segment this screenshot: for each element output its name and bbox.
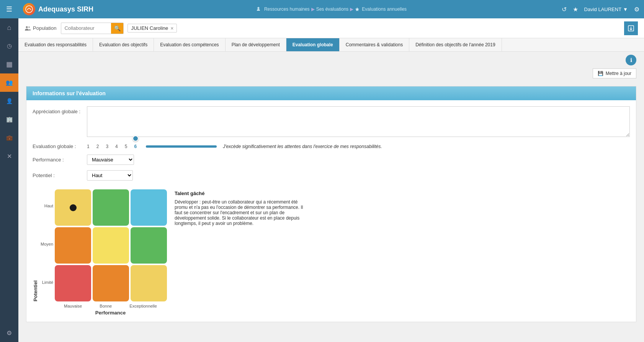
slider-number-row: 1 2 3 4 5 6 xyxy=(87,144,137,149)
y-labels: Haut Moyen Limité xyxy=(41,187,53,301)
sidebar-item-person[interactable]: 👤 xyxy=(0,92,18,110)
logo-circle xyxy=(23,3,35,15)
settings-icon: ⚙ xyxy=(7,329,12,337)
sidebar-item-x[interactable]: ✕ xyxy=(0,147,18,165)
perf-control: Mauvaise Bonne Exceptionnelle xyxy=(87,155,630,165)
cell-limite-bonne xyxy=(93,265,129,301)
user-name: David LAURENT xyxy=(584,7,622,12)
svg-point-0 xyxy=(26,6,33,13)
tab-objectifs-2019[interactable]: Définition des objectifs de l'année 2019 xyxy=(409,38,502,51)
tab-responsabilites[interactable]: Evaluation des responsabilités xyxy=(18,38,93,51)
y-label-haut: Haut xyxy=(41,187,53,225)
tab-commentaires[interactable]: Commentaires & validations xyxy=(340,38,409,51)
potentiel-control: Haut Moyen Limité xyxy=(87,170,630,181)
section-body: Appréciation globale : Evaluation global… xyxy=(26,100,636,322)
star-icon[interactable]: ★ xyxy=(573,6,578,13)
eval-label2: Evaluation globale : xyxy=(33,143,82,149)
population-label: Population xyxy=(25,25,56,31)
app-title: Adequasys SIRH xyxy=(38,5,93,13)
cell-moyen-exceptionnelle xyxy=(131,227,167,264)
breadcrumb-rh[interactable]: Ressources humaines xyxy=(264,7,310,12)
tab-developpement[interactable]: Plan de développement xyxy=(226,38,286,51)
matrix-area: Potentiel Haut Moyen Limité xyxy=(33,187,630,316)
save-icon: 💾 xyxy=(598,71,603,76)
matrix-grid-wrap: Potentiel Haut Moyen Limité xyxy=(33,187,167,301)
x-icon: ✕ xyxy=(7,153,12,160)
perf-label: Performance : xyxy=(33,155,82,163)
top-nav: Adequasys SIRH Ressources humaines ▶ Ses… xyxy=(18,0,644,18)
x-axis-label: Performance xyxy=(55,310,166,316)
tab-objectifs[interactable]: Evaluation des objectifs xyxy=(93,38,154,51)
breadcrumb: Ressources humaines ▶ Ses évaluations ▶ … xyxy=(256,7,407,12)
sidebar-item-briefcase[interactable]: 💼 xyxy=(0,129,18,147)
apprec-control xyxy=(87,106,630,138)
tab-evaluation-globale[interactable]: Evaluation globale xyxy=(286,38,340,51)
people-icon: 👥 xyxy=(6,79,13,86)
tabs-row: Evaluation des responsabilités Evaluatio… xyxy=(18,38,644,52)
sidebar-item-home[interactable]: ☰ xyxy=(0,0,18,18)
breadcrumb-evals[interactable]: Ses évaluations xyxy=(316,7,349,12)
home-icon: ☰ xyxy=(6,5,12,13)
info-circle-button[interactable]: ℹ xyxy=(626,55,636,65)
svg-point-2 xyxy=(26,26,28,28)
evaluation-info-section: Informations sur l'évaluation Appréciati… xyxy=(26,86,636,322)
page-content: ℹ 💾 Mettre à jour Informations sur l'éva… xyxy=(18,52,644,342)
top-right-actions: ℹ xyxy=(18,52,644,68)
svg-point-3 xyxy=(28,26,30,28)
content-inner: Informations sur l'évaluation Appréciati… xyxy=(18,82,644,340)
sidebar-item-grid[interactable]: ▦ xyxy=(0,55,18,73)
cell-haut-bonne xyxy=(93,189,129,226)
breadcrumb-annual[interactable]: Evaluations annuelles xyxy=(362,7,407,12)
eval-row-clean: Evaluation globale : 1 2 3 4 5 6 xyxy=(33,143,630,149)
sidebar-item-settings[interactable]: ⚙ xyxy=(0,324,18,342)
sidebar-item-people[interactable]: 👥 xyxy=(0,73,18,92)
potentiel-select[interactable]: Haut Moyen Limité xyxy=(87,170,133,181)
top-nav-right: ↺ ★ David LAURENT ▼ ⚙ xyxy=(562,6,639,13)
search-row: Population 🔍 JULIEN Caroline × xyxy=(18,18,644,38)
desc-text: Développer : peut-être un collaborateur … xyxy=(175,199,309,226)
clock-icon: ◷ xyxy=(7,42,12,49)
tag-close[interactable]: × xyxy=(170,26,173,31)
cell-moyen-bonne xyxy=(93,227,129,264)
main-area: Adequasys SIRH Ressources humaines ▶ Ses… xyxy=(18,0,644,342)
potentiel-label: Potentiel : xyxy=(33,170,82,178)
desc-title: Talent gâché xyxy=(175,191,309,196)
apprec-field-row: Appréciation globale : xyxy=(33,106,630,138)
cell-haut-exceptionnelle xyxy=(131,189,167,226)
cell-limite-mauvaise xyxy=(55,265,91,301)
app-logo: Adequasys SIRH xyxy=(23,3,93,15)
tab-competences[interactable]: Evaluation des compétences xyxy=(154,38,225,51)
y-label-moyen: Moyen xyxy=(41,225,53,263)
user-menu[interactable]: David LAURENT ▼ xyxy=(584,7,628,12)
real-slider[interactable] xyxy=(146,145,217,148)
sidebar-item-clock[interactable]: ◷ xyxy=(0,37,18,55)
potentiel-field-row: Potentiel : Haut Moyen Limité xyxy=(33,170,630,181)
section-header: Informations sur l'évaluation xyxy=(26,86,636,100)
update-button[interactable]: 💾 Mettre à jour xyxy=(593,68,636,78)
matrix-grid xyxy=(55,189,167,301)
search-input-wrap: 🔍 xyxy=(61,23,124,34)
eval-slider-group: 1 2 3 4 5 6 xyxy=(87,144,382,149)
user-arrow: ▼ xyxy=(623,7,628,12)
sep2: ▶ xyxy=(350,7,353,12)
sidebar-item-home2[interactable]: ⌂ xyxy=(0,18,18,37)
search-input[interactable] xyxy=(61,25,111,31)
sep1: ▶ xyxy=(311,7,315,12)
refresh-icon[interactable]: ↺ xyxy=(562,6,567,13)
performance-select[interactable]: Mauvaise Bonne Exceptionnelle xyxy=(87,155,134,165)
collaborator-tag: JULIEN Caroline × xyxy=(127,24,177,33)
tag-label: JULIEN Caroline xyxy=(131,25,168,31)
house-icon: ⌂ xyxy=(7,24,11,32)
cell-limite-exceptionnelle xyxy=(131,265,167,301)
cell-moyen-mauvaise xyxy=(55,227,91,264)
export-button[interactable] xyxy=(624,21,638,35)
person-icon: 👤 xyxy=(6,98,13,104)
search-button[interactable]: 🔍 xyxy=(111,23,123,34)
sidebar-item-building[interactable]: 🏢 xyxy=(0,110,18,129)
matrix-container: Potentiel Haut Moyen Limité xyxy=(33,187,167,316)
y-label-limite: Limité xyxy=(41,263,53,301)
apprec-textarea[interactable] xyxy=(87,106,630,137)
perf-field-row: Performance : Mauvaise Bonne Exceptionne… xyxy=(33,155,630,165)
x-axis-area: Mauvaise Bonne Exceptionnelle Performanc… xyxy=(55,301,166,316)
topnav-gear-icon[interactable]: ⚙ xyxy=(634,6,639,13)
